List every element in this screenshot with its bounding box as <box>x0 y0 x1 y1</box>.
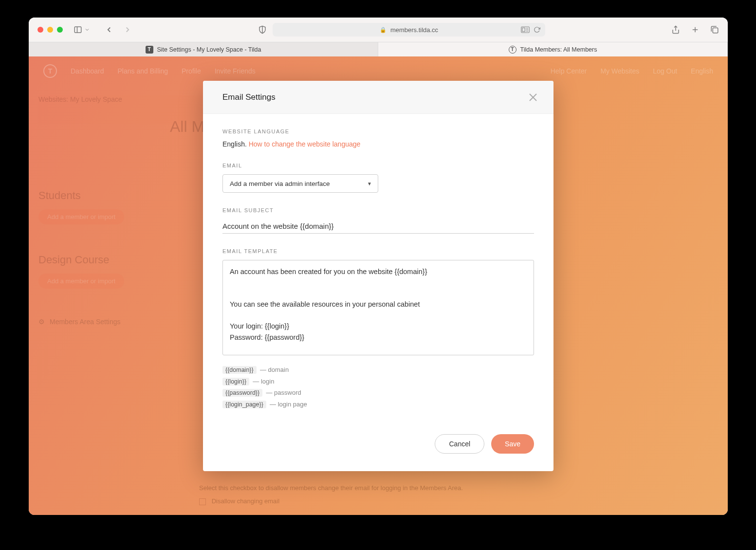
forward-button[interactable] <box>123 25 132 34</box>
email-type-select[interactable]: Add a member via admin interface ▼ <box>222 174 378 193</box>
checkbox <box>199 498 206 505</box>
address-bar[interactable]: 🔒 members.tilda.cc <box>273 23 545 37</box>
change-language-link[interactable]: How to change the website language <box>249 140 361 148</box>
email-subject-input[interactable] <box>222 219 534 234</box>
privacy-shield-icon[interactable] <box>258 25 267 34</box>
reload-icon[interactable] <box>534 26 540 33</box>
website-language-label: WEBSITE LANGUAGE <box>222 128 534 134</box>
tabs-overview-icon[interactable] <box>710 25 719 34</box>
language-value: English. <box>222 140 247 148</box>
email-template-label: EMAIL TEMPLATE <box>222 248 534 254</box>
gear-icon: ⚙ <box>38 318 45 326</box>
svg-rect-0 <box>74 27 81 33</box>
close-icon <box>527 92 539 103</box>
modal-footer: Cancel Save <box>203 420 553 471</box>
url-text: members.tilda.cc <box>390 26 438 34</box>
new-tab-icon[interactable] <box>691 25 700 34</box>
window-zoom[interactable] <box>57 27 63 33</box>
browser-window: 🔒 members.tilda.cc T Site Settings - My … <box>29 18 728 515</box>
tab-favicon: T <box>146 46 153 54</box>
var-tag: {{domain}} <box>222 366 257 374</box>
select-value: Add a member via admin interface <box>230 180 330 187</box>
browser-tab-2[interactable]: T Tilda Members: All Members <box>378 42 728 56</box>
template-variables: {{domain}} — domain {{login}} — login {{… <box>222 364 534 410</box>
modal-title: Email Settings <box>222 92 276 102</box>
language-row: English. How to change the website langu… <box>222 140 534 148</box>
modal-header: Email Settings <box>203 81 553 114</box>
window-close[interactable] <box>37 27 43 33</box>
chevron-down-icon <box>84 27 90 33</box>
email-settings-modal: Email Settings WEBSITE LANGUAGE English.… <box>203 81 553 471</box>
var-tag: {{password}} <box>222 389 262 397</box>
var-tag: {{login}} <box>222 378 249 385</box>
window-minimize[interactable] <box>47 27 53 33</box>
close-button[interactable] <box>527 92 539 103</box>
email-label: EMAIL <box>222 163 534 168</box>
cancel-button[interactable]: Cancel <box>435 434 484 454</box>
reader-icon[interactable] <box>521 26 530 33</box>
tab-favicon: T <box>509 46 516 54</box>
page-content: T Dashboard Plans and Billing Profile In… <box>29 56 728 515</box>
chevron-down-icon: ▼ <box>367 181 372 186</box>
sidebar-toggle[interactable] <box>74 25 90 34</box>
tab-bar: T Site Settings - My Lovely Space - Tild… <box>29 42 728 56</box>
titlebar: 🔒 members.tilda.cc <box>29 18 728 42</box>
traffic-lights <box>37 27 63 33</box>
tab-label: Site Settings - My Lovely Space - Tilda <box>157 46 261 53</box>
svg-rect-11 <box>713 28 718 33</box>
save-button[interactable]: Save <box>491 434 534 454</box>
svg-rect-4 <box>522 28 525 32</box>
bg-below: Select this checkbox to disallow members… <box>199 484 708 505</box>
share-icon[interactable] <box>671 25 680 34</box>
back-button[interactable] <box>105 25 113 34</box>
tab-label: Tilda Members: All Members <box>520 46 597 53</box>
modal-body: WEBSITE LANGUAGE English. How to change … <box>203 114 553 420</box>
browser-tab-1[interactable]: T Site Settings - My Lovely Space - Tild… <box>29 42 378 56</box>
lock-icon: 🔒 <box>380 27 387 33</box>
var-tag: {{login_page}} <box>222 401 266 408</box>
logo-icon: T <box>43 64 57 78</box>
email-subject-label: EMAIL SUBJECT <box>222 207 534 213</box>
email-template-textarea[interactable] <box>222 260 534 355</box>
sidebar-icon <box>74 25 82 34</box>
